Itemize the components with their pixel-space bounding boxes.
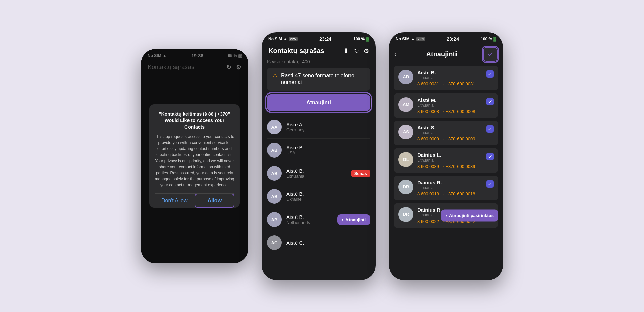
avatar-aa: AA bbox=[267, 120, 282, 134]
phone2-content: Iš viso kontaktų: 400 ⚠ Rasti 47 seno fo… bbox=[262, 59, 376, 255]
contact-info-aa: Aistė A. Germany bbox=[286, 122, 370, 132]
settings-icon-2[interactable]: ⚙ bbox=[364, 47, 369, 55]
card-phone-ab: 8 600 0031 → +370 600 0031 bbox=[417, 81, 482, 86]
contact-item-ab-ua: AB Aistė B. Ukraine bbox=[267, 185, 370, 208]
contact-list-2: AA Aistė A. Germany AB Aistė B. USA AB A… bbox=[267, 116, 370, 254]
update-button-2[interactable]: Atnaujinti bbox=[267, 94, 370, 111]
checkbox-ab[interactable] bbox=[486, 70, 494, 78]
update-contact-button[interactable]: › Atnaujinti bbox=[337, 214, 370, 225]
card-country-am: Lithuania bbox=[417, 103, 482, 108]
card-phone-as: 8 600 0009 → +370 600 0009 bbox=[417, 136, 482, 141]
card-name-dl: Dainius L. bbox=[417, 152, 482, 158]
card-country-as: Lithuania bbox=[417, 130, 482, 135]
contact-item-aa: AA Aistė A. Germany bbox=[267, 116, 370, 139]
app-title-2: Kontaktų sąrašas bbox=[268, 47, 324, 55]
avatar-ac: AC bbox=[267, 235, 282, 250]
check-all-button[interactable] bbox=[483, 47, 498, 62]
contact-country-ab-usa: USA bbox=[286, 150, 370, 155]
card-dr2-lt: DR Dainius R. Lithuania 8 600 0022 → +37… bbox=[394, 203, 498, 228]
dialog-body: This app requests access to your contact… bbox=[155, 134, 234, 188]
chevron-right-icon-3: › bbox=[446, 213, 447, 218]
contact-country-aa: Germany bbox=[286, 127, 370, 132]
battery-label-2: 100 % bbox=[353, 37, 365, 41]
card-country-dl: Lithuania bbox=[417, 158, 482, 163]
avatar-card-dr2: DR bbox=[398, 207, 413, 222]
vpn-badge-3: VPN bbox=[416, 37, 425, 41]
time-3: 23:24 bbox=[447, 36, 459, 42]
card-name-dr1: Dainius R. bbox=[417, 180, 482, 185]
card-info-ab: Aistė B. Lithuania 8 600 0031 → +370 600… bbox=[417, 70, 482, 86]
contact-item-ab-nl: AB Aistė B. Netherlands › Atnaujinti bbox=[267, 208, 370, 231]
no-sim-label-3: No SIM bbox=[396, 37, 410, 41]
status-right-2: 100 % ▓ bbox=[353, 37, 369, 41]
contact-name-aa: Aistė A. bbox=[286, 122, 370, 127]
wifi-icon-3: ▲ bbox=[411, 37, 415, 41]
chevron-right-icon: › bbox=[342, 217, 343, 222]
update-btn-container: Atnaujinti bbox=[267, 94, 370, 111]
avatar-ab-ua: AB bbox=[267, 189, 282, 204]
avatar-card-dr1: DR bbox=[398, 180, 413, 194]
warning-icon: ⚠ bbox=[272, 72, 278, 80]
status-left-2: No SIM ▲ VPN bbox=[268, 37, 298, 41]
card-info-am: Aistė M. Lithuania 8 600 0008 → +370 600… bbox=[417, 97, 482, 114]
permission-dialog: "Kontaktų keitimas iš 86 į +370" Would L… bbox=[149, 104, 240, 208]
checkbox-am[interactable] bbox=[486, 98, 494, 105]
card-ab-lt: AB Aistė B. Lithuania 8 600 0031 → +370 … bbox=[394, 66, 498, 90]
back-button[interactable]: ‹ bbox=[394, 50, 397, 59]
check-icon-am bbox=[488, 99, 492, 104]
dont-allow-button[interactable]: Don't Allow bbox=[155, 194, 195, 208]
vpn-badge-2: VPN bbox=[289, 37, 298, 41]
status-bar-2: No SIM ▲ VPN 23:24 100 % ▓ bbox=[262, 32, 376, 44]
avatar-ab-lt: AB bbox=[267, 166, 282, 181]
card-phone-dr1: 8 600 0018 → +370 600 0018 bbox=[417, 191, 482, 196]
phone-1: No SIM ▲ 19:36 65 % ▓ Kontaktų sąrašas ↻… bbox=[141, 49, 248, 263]
avatar-card-ab: AB bbox=[398, 70, 413, 84]
checkbox-as[interactable] bbox=[486, 125, 494, 133]
time-2: 23:24 bbox=[319, 36, 331, 42]
atnaujinti-pasirinktus-label: Atnaujinti pasirinktus bbox=[449, 213, 494, 218]
check-icon-as bbox=[488, 127, 492, 131]
contact-name-ab-usa: Aistė B. bbox=[286, 145, 370, 150]
warning-text: Rasti 47 seno formato telefono numeriai bbox=[281, 72, 365, 86]
checkbox-dl[interactable] bbox=[486, 153, 494, 160]
contact-info-ab-lt: Aistė B. Lithuania bbox=[286, 168, 346, 179]
refresh-icon-2[interactable]: ↻ bbox=[354, 47, 359, 55]
dialog-title: "Kontaktų keitimas iš 86 į +370" Would L… bbox=[155, 111, 234, 131]
card-am-lt: AM Aistė M. Lithuania 8 600 0008 → +370 … bbox=[394, 93, 498, 118]
contact-name-ab-ua: Aistė B. bbox=[286, 191, 370, 197]
phone-3: No SIM ▲ VPN 23:24 100 % ▓ ‹ Atnaujinti … bbox=[389, 32, 503, 280]
card-info-as: Aistė S. Lithuania 8 600 0009 → +370 600… bbox=[417, 125, 482, 141]
card-phone-am: 8 600 0008 → +370 600 0008 bbox=[417, 109, 482, 114]
phone-2: No SIM ▲ VPN 23:24 100 % ▓ Kontaktų sąra… bbox=[262, 32, 376, 280]
status-right-3: 100 % ▓ bbox=[481, 37, 496, 41]
card-name-as: Aistė S. bbox=[417, 125, 482, 130]
contact-info-ab-nl: Aistė B. Netherlands bbox=[286, 214, 333, 225]
wifi-icon-2: ▲ bbox=[283, 37, 287, 41]
card-phone-dl: 8 600 0039 → +370 600 0039 bbox=[417, 164, 482, 169]
no-sim-label-2: No SIM bbox=[268, 37, 282, 41]
contact-info-ab-usa: Aistė B. USA bbox=[286, 145, 370, 155]
checkbox-dr1[interactable] bbox=[486, 180, 494, 188]
card-dl-lt: DL Dainius L. Lithuania 8 600 0039 → +37… bbox=[394, 148, 498, 173]
check-icon-dl bbox=[488, 154, 492, 159]
avatar-card-am: AM bbox=[398, 97, 413, 112]
status-bar-3: No SIM ▲ VPN 23:24 100 % ▓ bbox=[389, 32, 503, 44]
status-left-3: No SIM ▲ VPN bbox=[396, 37, 425, 41]
import-icon-2[interactable]: ⬇ bbox=[343, 47, 349, 55]
check-icon-ab bbox=[488, 72, 492, 76]
check-icon-dr1 bbox=[488, 182, 492, 186]
header-icons-2: ⬇ ↻ ⚙ bbox=[343, 47, 369, 55]
contact-info-ab-ua: Aistė B. Ukraine bbox=[286, 191, 370, 202]
contact-country-ab-nl: Netherlands bbox=[286, 220, 333, 225]
update-contact-label: Atnaujinti bbox=[345, 217, 366, 222]
atnaujinti-pasirinktus-button[interactable]: › Atnaujinti pasirinktus bbox=[441, 209, 498, 221]
card-info-dl: Dainius L. Lithuania 8 600 0039 → +370 6… bbox=[417, 152, 482, 169]
battery-label-3: 100 % bbox=[481, 37, 492, 41]
phone3-title: Atnaujinti bbox=[400, 50, 483, 58]
card-name-ab: Aistė B. bbox=[417, 70, 482, 75]
card-name-am: Aistė M. bbox=[417, 97, 482, 103]
allow-button[interactable]: Allow bbox=[195, 194, 235, 208]
avatar-card-dl: DL bbox=[398, 152, 413, 167]
battery-icon-3: ▓ bbox=[493, 37, 496, 41]
dialog-overlay: "Kontaktų keitimas iš 86 į +370" Would L… bbox=[141, 49, 248, 263]
